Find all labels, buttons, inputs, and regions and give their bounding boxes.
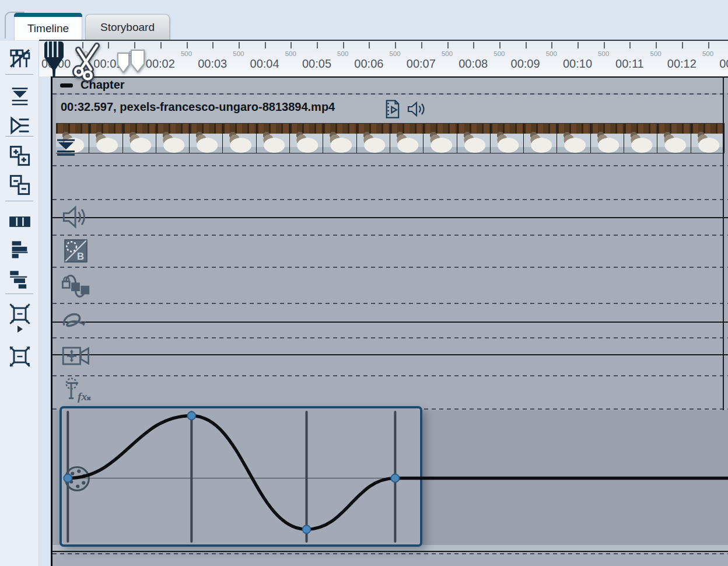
remove-object-icon[interactable] xyxy=(5,172,34,198)
ruler-second-label: 00:06 xyxy=(354,57,383,71)
ruler-tick xyxy=(629,42,631,48)
ruler-tick xyxy=(604,42,605,48)
tab-timeline-label: Timeline xyxy=(14,17,82,40)
track-separator xyxy=(52,375,728,376)
ruler-half-second-label: 500 xyxy=(390,50,401,57)
trajectory-envelope-line[interactable] xyxy=(52,322,728,323)
ruler-tick xyxy=(473,42,474,48)
clip-thumbnail[interactable] xyxy=(89,124,123,153)
ab-transition-icon[interactable]: B xyxy=(62,238,89,264)
clip-thumbnail[interactable] xyxy=(524,124,557,153)
tab-timeline[interactable]: Timeline xyxy=(14,13,82,40)
track-separator xyxy=(52,235,728,236)
pan-zoom-icon[interactable] xyxy=(61,343,92,369)
clip-thumbnail[interactable] xyxy=(457,124,491,153)
ruler-second-label: 00:08 xyxy=(459,57,488,71)
ruler-tick xyxy=(447,42,449,48)
audio-envelope-line[interactable] xyxy=(52,217,728,218)
trajectory-icon[interactable] xyxy=(60,308,91,339)
ruler-tick xyxy=(421,42,422,48)
track-separator xyxy=(52,303,728,304)
toolbar-separator xyxy=(5,74,33,75)
ruler-tick xyxy=(343,42,344,48)
clip-thumbnail[interactable] xyxy=(424,124,457,153)
stack-align-left-icon[interactable] xyxy=(5,237,34,263)
clip-thumbnail[interactable] xyxy=(257,124,290,153)
ruler-second-label: 00:04 xyxy=(250,57,279,71)
chapter-collapse-icon[interactable] xyxy=(60,83,73,88)
tab-storyboard[interactable]: Storyboard xyxy=(85,14,170,40)
split-range-marker-icon[interactable] xyxy=(116,46,147,76)
curve-editor-panel[interactable] xyxy=(60,406,422,547)
ruler-tick xyxy=(708,42,709,48)
clip-thumbnail[interactable] xyxy=(557,124,590,153)
filmstrip-icon[interactable] xyxy=(5,209,34,235)
curve-row-border xyxy=(52,551,728,552)
track-separator xyxy=(52,93,728,95)
add-object-icon[interactable] xyxy=(5,143,34,169)
clip-audio-speaker-icon[interactable] xyxy=(407,101,426,117)
clip-thumbnail[interactable] xyxy=(190,124,223,153)
shrink-frame-icon[interactable] xyxy=(5,301,34,327)
ruler-second-label: 00:02 xyxy=(146,57,175,71)
clip-thumbnail[interactable] xyxy=(390,124,424,153)
ruler-half-second-label: 500 xyxy=(442,50,453,57)
clip-thumbnail[interactable] xyxy=(624,124,657,153)
keyframes-link-icon[interactable] xyxy=(61,271,90,301)
panzoom-envelope-line[interactable] xyxy=(52,354,728,355)
ruler-half-second-label: 500 xyxy=(650,50,662,57)
clip-thumbnail[interactable] xyxy=(591,124,624,153)
stack-offset-icon[interactable] xyxy=(5,267,34,293)
text-effects-icon[interactable]: fx xyxy=(62,377,93,406)
ruler-tick xyxy=(551,42,552,48)
ruler-half-second-label: 500 xyxy=(181,50,192,57)
clip-right-edge xyxy=(723,76,724,410)
ruler-second-label: 00:10 xyxy=(563,57,592,71)
active-tab-accent xyxy=(14,13,82,17)
clip-thumbnail[interactable] xyxy=(323,124,356,153)
clip-insert-down-icon[interactable] xyxy=(55,138,77,156)
clip-thumbnail[interactable] xyxy=(223,124,256,153)
ruler-half-second-label: 500 xyxy=(598,50,609,57)
clip-thumbnail[interactable] xyxy=(156,124,190,153)
ruler-tick xyxy=(160,42,162,48)
ruler-second-label: 00:05 xyxy=(302,57,331,71)
clip-thumbnail[interactable] xyxy=(657,124,691,153)
ruler-second-label: 00:13 xyxy=(719,57,728,71)
clip-thumbnail[interactable] xyxy=(123,124,156,153)
video-file-icon[interactable] xyxy=(384,99,401,119)
insert-down-icon[interactable] xyxy=(5,83,34,109)
clip-header-row[interactable]: 00:32.597, pexels-francesco-ungaro-88138… xyxy=(56,95,724,123)
ruler-second-label: 00:03 xyxy=(198,57,227,71)
ruler-half-second-label: 500 xyxy=(233,50,244,57)
ruler-half-second-label: 500 xyxy=(702,50,713,57)
ruler-tick xyxy=(265,42,266,48)
toolbar-separator xyxy=(5,294,33,294)
ruler-tick xyxy=(578,42,579,48)
toolbar-flyout-arrow-icon[interactable] xyxy=(18,326,23,333)
timeline-left-border xyxy=(51,76,52,566)
ruler-tick xyxy=(682,42,683,48)
ruler-half-second-label: 500 xyxy=(337,50,348,57)
ruler-second-label: 00:07 xyxy=(407,57,436,71)
clip-thumbnail[interactable] xyxy=(491,124,524,153)
ruler-tick xyxy=(369,42,370,48)
ruler-half-second-label: 500 xyxy=(285,50,296,57)
clip-thumbnail[interactable] xyxy=(290,124,323,153)
toolbar-separator xyxy=(5,136,33,137)
ruler-tick xyxy=(290,42,292,48)
clip-thumbnail[interactable] xyxy=(691,124,724,153)
ab-letter: B xyxy=(77,251,84,262)
ruler-tick xyxy=(395,42,396,48)
ruler-tick xyxy=(499,42,501,48)
clip-thumbnail[interactable] xyxy=(357,124,390,153)
faders-disabled-icon[interactable] xyxy=(5,46,34,71)
chapter-bar[interactable]: Chapter xyxy=(52,76,728,93)
ruler-tick xyxy=(656,42,657,48)
track-separator xyxy=(52,553,728,554)
playhead-icon[interactable] xyxy=(44,41,64,58)
append-right-icon[interactable] xyxy=(5,113,34,138)
expand-frame-icon[interactable] xyxy=(5,344,34,369)
track-separator xyxy=(52,267,728,268)
audio-volume-icon[interactable] xyxy=(62,204,88,230)
